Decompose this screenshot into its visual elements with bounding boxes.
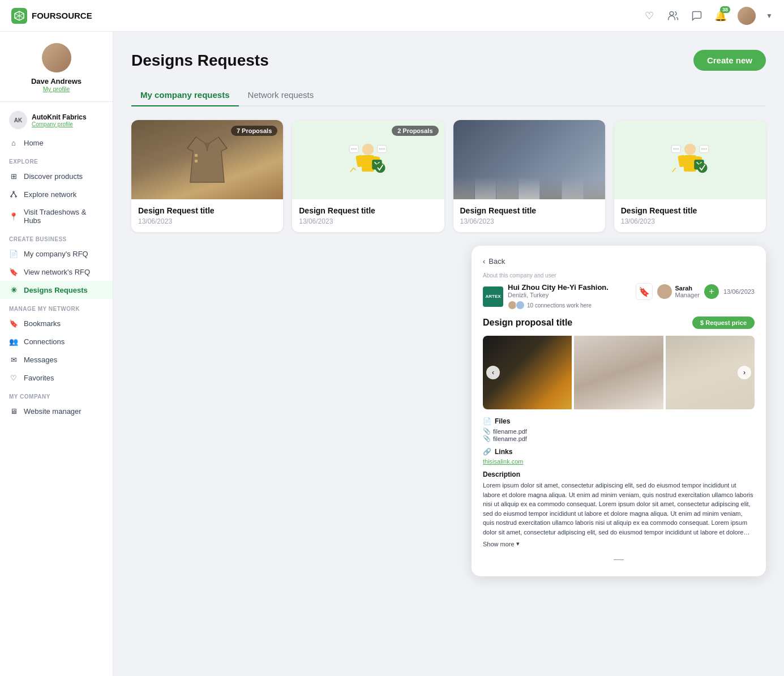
description-text: Lorem ipsum dolor sit amet, consectetur …: [483, 481, 755, 537]
request-price-button[interactable]: $ Request price: [692, 316, 755, 329]
divider: —: [483, 553, 755, 565]
card-image-3: [453, 120, 605, 199]
tab-my-company-requests[interactable]: My company requests: [131, 84, 239, 106]
manager-avatar: [657, 284, 672, 299]
user-avatar-sidebar: [42, 43, 71, 72]
top-nav: FOURSOURCE ♡ 🔔 38 ▼: [0, 0, 784, 32]
user-avatar[interactable]: [738, 7, 756, 25]
manager-row: Sarah Manager: [657, 284, 700, 299]
design-request-card-2[interactable]: 2 Proposals Design Request title 13/06/2…: [292, 120, 444, 232]
sidebar-item-tradeshows[interactable]: 📍 Visit Tradeshows & Hubs: [0, 203, 113, 229]
design-request-card-1[interactable]: 7 Proposals Design Request title 13/06/2…: [131, 120, 283, 232]
sidebar-item-connections[interactable]: 👥 Connections: [0, 332, 113, 350]
link-icon: 🔗: [483, 448, 491, 456]
my-profile-link[interactable]: My profile: [43, 85, 70, 92]
back-button[interactable]: ‹ Back: [483, 257, 755, 266]
svg-point-20: [353, 148, 355, 150]
card-date-1: 13/06/2023: [138, 217, 276, 225]
messages-icon[interactable]: [690, 9, 704, 23]
design-request-card-4[interactable]: Design Request title 13/06/2023: [614, 120, 766, 232]
bookmark-icon: 🔖: [9, 319, 18, 328]
user-name: Dave Andrews: [31, 77, 82, 85]
svg-point-38: [677, 148, 679, 150]
home-icon: ⌂: [9, 138, 18, 147]
svg-point-24: [382, 148, 383, 150]
detail-company-location: Denizli, Turkey: [508, 292, 609, 298]
proposal-title: Design proposal title: [483, 318, 572, 328]
sidebar-profile: Dave Andrews My profile: [0, 43, 113, 102]
file-1[interactable]: 📎 filename.pdf: [483, 427, 755, 435]
detail-title-row: Design proposal title $ Request price: [483, 316, 755, 329]
grid-icon: ⊞: [9, 172, 18, 181]
files-label: 📄 Files: [483, 417, 755, 425]
svg-point-19: [352, 148, 353, 150]
cards-grid: 7 Proposals Design Request title 13/06/2…: [131, 120, 766, 232]
description-label: Description: [483, 470, 755, 478]
svg-point-40: [701, 148, 703, 150]
users-icon[interactable]: [666, 9, 680, 23]
location-icon: 📍: [9, 212, 18, 221]
message-icon: ✉: [9, 355, 18, 364]
card-body-4: Design Request title 13/06/2023: [614, 199, 766, 232]
section-label-create-business: Create Business: [0, 229, 113, 245]
svg-point-23: [379, 148, 381, 150]
add-contact-button[interactable]: +: [704, 284, 719, 299]
favorites-icon[interactable]: ♡: [642, 9, 656, 23]
svg-point-29: [684, 144, 696, 155]
notifications-icon[interactable]: 🔔 38: [714, 9, 727, 23]
svg-point-36: [673, 148, 675, 150]
bookmark-icon-rfq: 🔖: [9, 267, 18, 276]
card-image-wrapper-1: 7 Proposals: [131, 120, 283, 199]
monitor-icon: 🖥: [9, 407, 18, 416]
tab-network-requests[interactable]: Network requests: [239, 84, 323, 106]
svg-point-6: [11, 196, 12, 197]
section-label-my-company: My company: [0, 387, 113, 402]
svg-rect-10: [195, 154, 198, 157]
svg-point-21: [355, 148, 357, 150]
detail-actions: 🔖 Sarah Manager + 13/06/2023: [636, 283, 755, 300]
detail-connections: 10 connections work here: [508, 301, 609, 310]
carousel-next-button[interactable]: ›: [738, 366, 751, 379]
card-title-2: Design Request title: [299, 206, 437, 215]
sidebar-item-my-rfq[interactable]: 📄 My company's RFQ: [0, 245, 113, 263]
sidebar-item-favorites[interactable]: ♡ Favorites: [0, 369, 113, 387]
card-body-1: Design Request title 13/06/2023: [131, 199, 283, 232]
detail-meta: ARTEX Hui Zhou City He-Yi Fashion. Deniz…: [483, 283, 755, 310]
detail-date: 13/06/2023: [723, 288, 755, 295]
detail-link[interactable]: thisisalink.com: [483, 458, 755, 465]
card-image-wrapper-2: 2 Proposals: [292, 120, 444, 199]
app-logo[interactable]: FOURSOURCE: [11, 8, 92, 24]
manager-name: Sarah: [675, 285, 700, 292]
back-chevron-icon: ‹: [483, 257, 485, 266]
notification-badge: 38: [720, 6, 730, 13]
sidebar-item-messages[interactable]: ✉ Messages: [0, 350, 113, 369]
sidebar-item-home[interactable]: ⌂ Home: [0, 134, 113, 152]
card-image-wrapper-3: [453, 120, 605, 199]
company-row: AK AutoKnit Fabrics Company profile: [0, 106, 113, 134]
sidebar-item-bookmarks[interactable]: 🔖 Bookmarks: [0, 314, 113, 332]
bookmark-button[interactable]: 🔖: [636, 283, 653, 300]
show-more-button[interactable]: Show more ▾: [483, 540, 755, 547]
tabs: My company requests Network requests: [131, 84, 766, 106]
about-label: About this company and user: [483, 272, 755, 279]
app-name: FOURSOURCE: [32, 11, 92, 20]
create-new-button[interactable]: Create new: [693, 50, 766, 71]
design-icon: ✳: [9, 285, 18, 294]
page-header: Designs Requests Create new: [131, 50, 766, 71]
card-body-2: Design Request title 13/06/2023: [292, 199, 444, 232]
card-title-3: Design Request title: [460, 206, 598, 215]
sidebar-item-discover-products[interactable]: ⊞ Discover products: [0, 167, 113, 185]
sidebar-item-view-rfq[interactable]: 🔖 View network's RFQ: [0, 263, 113, 281]
sidebar-item-website-manager[interactable]: 🖥 Website manager: [0, 402, 113, 420]
file-2[interactable]: 📎 filename.pdf: [483, 435, 755, 442]
company-profile-link[interactable]: Company profile: [32, 121, 87, 127]
sidebar-item-explore-network[interactable]: Explore network: [0, 185, 113, 203]
network-icon: [9, 190, 18, 199]
company-name: AutoKnit Fabrics: [32, 113, 87, 121]
sidebar-item-designs-requests[interactable]: ✳ Designs Requests: [0, 281, 113, 299]
user-menu-chevron[interactable]: ▼: [766, 12, 773, 20]
detail-company-name: Hui Zhou City He-Yi Fashion.: [508, 283, 609, 292]
sidebar: Dave Andrews My profile AK AutoKnit Fabr…: [0, 32, 113, 676]
design-request-card-3[interactable]: Design Request title 13/06/2023: [453, 120, 605, 232]
carousel-prev-button[interactable]: ‹: [486, 366, 500, 379]
